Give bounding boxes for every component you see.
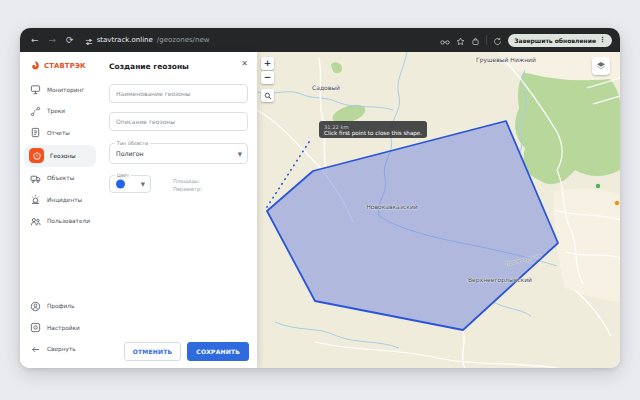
map-label-grushevyi: Грушевый Нижний (476, 56, 536, 63)
sidebar-item-tracks[interactable]: Треки (20, 101, 100, 123)
sidebar-item-label: Пользователи (47, 218, 90, 224)
area-type-select[interactable]: Тип области Полигон ▼ (109, 143, 248, 164)
sidebar-item-users[interactable]: Пользователи (20, 211, 100, 233)
logo-text: СТАВТРЭК (44, 62, 86, 70)
area-type-label: Тип области (115, 141, 150, 148)
map-label-novokavkazskiy: Новокавказский (366, 203, 417, 210)
sidebar-item-label: Отчеты (47, 130, 70, 136)
url-host: stavtrack.online (97, 36, 153, 44)
map-canvas[interactable]: Грушевый Нижний Садовый Новокавказский В… (257, 52, 620, 368)
sidebar-item-label: Треки (47, 108, 65, 114)
back-icon[interactable]: ← (28, 34, 42, 47)
sidebar-item-label: Настройки (47, 325, 80, 331)
color-picker[interactable]: Цвет ▼ (109, 175, 151, 193)
geozone-metrics: Площадь: Периметр: (173, 175, 202, 194)
settings-icon (30, 318, 41, 337)
map-search-button[interactable] (261, 89, 274, 102)
close-icon[interactable]: ✕ (241, 60, 248, 68)
sidebar-item-reports[interactable]: Отчеты (20, 122, 100, 144)
tracks-icon (30, 102, 41, 121)
save-button[interactable]: СОХРАНИТЬ (187, 342, 249, 361)
browser-toolbar: ← → ⟳ stavtrack.online/geozones/new (20, 28, 620, 52)
sidebar-item-collapse[interactable]: Свернуть (20, 339, 100, 361)
area-metric-label: Площадь: (173, 177, 202, 185)
sidebar-item-label: Объекты (47, 175, 74, 181)
search-icon (264, 92, 272, 100)
draw-tooltip: 31.22 km Click first point to close this… (319, 121, 427, 138)
site-info-icon[interactable] (85, 31, 93, 50)
chevron-down-icon: ▼ (141, 181, 145, 187)
sidebar-item-monitoring[interactable]: Мониторинг (20, 79, 100, 101)
geozone-description-input[interactable] (109, 112, 248, 131)
reload-icon[interactable]: ⟳ (63, 34, 77, 47)
draw-tooltip-hint: Click first point to close this shape. (324, 130, 422, 136)
app-logo[interactable]: СТАВТРЭК (20, 58, 100, 79)
sync-icon[interactable] (493, 31, 502, 50)
layers-button[interactable] (592, 57, 610, 75)
sidebar-item-label: Инциденты (47, 197, 82, 203)
finish-update-label: Завершить обновление (514, 37, 596, 44)
url-path: /geozones/new (157, 36, 210, 44)
panel-title: Создание геозоны (109, 62, 248, 71)
poi-green-marker (596, 184, 600, 188)
sidebar-footer: Профиль Настройки Свернуть (20, 296, 100, 361)
sidebar-item-label: Профиль (47, 303, 74, 309)
profile-icon (30, 297, 41, 316)
map-label-verkhneegorlykskiy: Верхнеегорлыкский (468, 276, 532, 283)
reports-icon (30, 123, 41, 142)
geozones-icon (29, 148, 44, 163)
map-tiles (257, 52, 620, 368)
users-icon (30, 212, 41, 231)
sidebar-item-geozones[interactable]: Геозоны (24, 145, 96, 167)
poi-orange-marker (615, 201, 619, 205)
geozone-polygon[interactable] (267, 121, 558, 330)
forward-icon[interactable]: → (46, 34, 60, 47)
create-geozone-panel: Создание геозоны ✕ Тип области Полигон ▼… (100, 52, 257, 368)
glasses-icon[interactable] (440, 31, 450, 50)
browser-menu-icon[interactable]: ⋮ (599, 36, 606, 44)
sidebar-item-profile[interactable]: Профиль (20, 296, 100, 318)
zoom-in-button[interactable]: + (261, 57, 274, 70)
sidebar: СТАВТРЭК Мониторинг Треки Отчеты Геозоны… (20, 52, 100, 368)
address-bar[interactable]: stavtrack.online/geozones/new (85, 31, 437, 50)
geozone-name-input[interactable] (109, 84, 248, 103)
browser-window: ← → ⟳ stavtrack.online/geozones/new (20, 28, 620, 368)
sidebar-item-label: Геозоны (50, 153, 76, 159)
collapse-arrow-icon (30, 340, 41, 359)
sidebar-item-label: Свернуть (47, 346, 76, 352)
color-label: Цвет (115, 173, 131, 180)
color-swatch (116, 180, 125, 189)
siren-icon (30, 190, 41, 209)
sidebar-item-objects[interactable]: Объекты (20, 168, 100, 190)
extensions-icon[interactable] (471, 31, 480, 50)
cancel-button[interactable]: ОТМЕНИТЬ (124, 342, 182, 361)
sidebar-item-settings[interactable]: Настройки (20, 317, 100, 339)
sidebar-item-incidents[interactable]: Инциденты (20, 189, 100, 211)
sidebar-item-label: Мониторинг (47, 87, 84, 93)
logo-flame-icon (30, 60, 41, 71)
chevron-down-icon: ▼ (238, 151, 242, 157)
perimeter-metric-label: Периметр: (173, 185, 202, 193)
layers-icon (595, 60, 607, 72)
toolbar-divider (486, 35, 487, 45)
truck-icon (30, 169, 41, 188)
zoom-out-button[interactable]: − (261, 71, 274, 84)
bookmark-star-icon[interactable] (456, 31, 465, 50)
map-label-sadovyi: Садовый (312, 84, 340, 91)
finish-update-button[interactable]: Завершить обновление ⋮ (508, 34, 612, 47)
monitor-icon (30, 80, 41, 99)
